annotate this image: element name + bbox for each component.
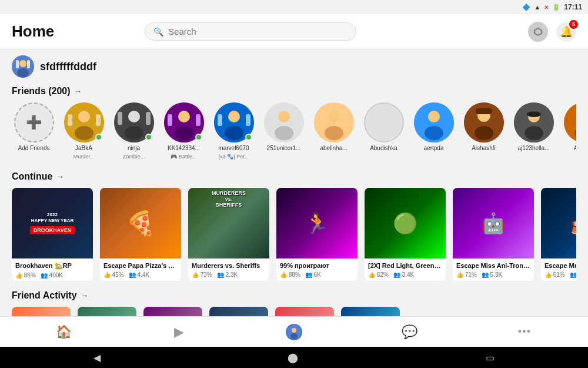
online-indicator [145,134,152,141]
friend-name: Aishavhfi [472,145,496,151]
like-stat: 👍 61% [544,271,565,278]
game-card[interactable]: 🟢 [2X] Red Light, Green Light 👍 82% 👥 3.… [365,188,446,281]
friend-item[interactable]: KK142334... 🎮 Battle... [162,102,206,160]
svg-rect-11 [96,114,101,126]
svg-rect-15 [118,112,122,125]
friends-title: Friends (200) [12,86,71,97]
svg-point-3 [19,60,26,67]
like-stat: 👍 71% [456,271,477,278]
friend-name: ninja [128,145,140,151]
activity-card[interactable] [143,307,202,316]
games-list: 2022HAPPY NEW YEAR BROOKHAVEN Brookhaven… [12,188,576,281]
player-stat: 👥 2.3K [217,271,238,278]
nav-home[interactable]: 🏠 [46,317,81,347]
svg-point-49 [290,333,298,339]
friend-status: 🎮 Battle... [171,154,196,160]
player-stat: 👥 5.3K [482,271,502,278]
nav-chat[interactable]: 💬 [392,317,427,347]
friend-item[interactable]: Abudishka [362,102,406,160]
friend-name: JaBkA [75,145,92,151]
friend-name: 251unicor1... [267,145,301,151]
battery-icon: 🔋 [552,4,560,11]
svg-point-34 [428,111,440,122]
svg-rect-5 [16,60,19,68]
svg-rect-16 [146,112,151,125]
avatar-icon [286,324,302,340]
activity-section-header[interactable]: Friend Activity → [12,290,576,301]
game-card[interactable]: 🏃 99% проиграют 👍 88% 👥 6K [276,188,358,281]
activity-card[interactable] [209,307,268,316]
game-name: Brookhaven 🏡RP [15,262,89,270]
game-card[interactable]: 2022HAPPY NEW YEAR BROOKHAVEN Brookhaven… [12,188,93,281]
search-input[interactable] [168,26,348,37]
add-friends-button[interactable]: ➕ Add Friends [12,102,56,160]
activity-card[interactable] [12,307,71,316]
friend-name: marvel6070 [218,145,249,151]
friend-item[interactable]: marvel6070 [x3 🐾] Pet... [212,102,256,160]
game-name: Escape Miss Ani-Tron's... [456,262,530,269]
home-button[interactable]: ⬤ [288,352,298,363]
svg-point-29 [275,126,293,140]
game-card[interactable]: MURDERERSvs.SHERIFFS Murderers vs. Sheri… [188,188,269,281]
friend-item[interactable]: 251unicor1... [262,102,306,160]
recent-button[interactable]: ▭ [486,352,495,363]
activity-card[interactable] [275,307,334,316]
friend-name: Abudishka [370,145,397,151]
game-name: [2X] Red Light, Green Light [368,262,442,269]
friend-item[interactable]: ninja Zombie... [112,102,156,160]
svg-point-35 [425,126,443,140]
friend-item[interactable]: JaBkA Murder... [62,102,106,160]
more-icon: ••• [518,326,531,338]
search-bar[interactable]: 🔍 [145,22,356,41]
wifi-icon: ▲ [534,4,540,11]
nav-more[interactable]: ••• [507,317,542,347]
game-stats: 👍 71% 👥 5.3K [456,271,530,278]
top-nav: Home 🔍 🔔 5 [0,14,588,49]
svg-point-32 [325,126,343,140]
game-thumbnail: 🏃 [276,188,358,258]
robux-button[interactable] [528,22,548,42]
activity-card[interactable] [78,307,136,316]
game-name: Murderers vs. Sheriffs [192,262,266,269]
friend-name: aj123hella... [518,145,550,151]
svg-point-44 [564,102,577,142]
svg-point-43 [527,111,541,117]
friend-item[interactable]: Akyla... [562,102,576,160]
svg-rect-20 [168,114,172,126]
online-indicator [95,134,102,141]
friend-item[interactable]: aj123hella... [512,102,556,160]
like-stat: 👍 88% [280,271,300,278]
game-stats: 👍 86% 👥 400K [15,272,89,279]
game-card[interactable]: 🤖 Escape Miss Ani-Tron's... 👍 71% 👥 5.3K [453,188,534,281]
game-name: 99% проиграют [280,262,354,269]
activity-list [12,307,576,316]
game-card[interactable]: 🍕 Escape Papa Pizza's Pizzeria! 👍 45% 👥 … [100,188,181,281]
notification-button[interactable]: 🔔 5 [556,22,576,42]
friends-section-header[interactable]: Friends (200) → [12,86,576,97]
activity-card[interactable] [341,307,400,316]
player-stat: 👥 4.4K [129,271,149,278]
continue-section-header[interactable]: Continue → [12,171,576,182]
nav-icons: 🔔 5 [528,22,576,42]
friend-item[interactable]: aertpda [412,102,456,160]
close-icon: ✕ [544,4,549,11]
svg-rect-38 [476,108,492,114]
friend-status: Zombie... [123,154,145,160]
friend-name: Akyla... [574,145,576,151]
svg-point-28 [278,111,290,122]
friend-item[interactable]: Aishavhfi [462,102,506,160]
user-avatar [12,55,34,78]
game-card[interactable]: 🎪 Escape Mr Funny's ToyShop! (SCARY 👍 61… [541,188,576,281]
svg-point-13 [128,111,140,122]
search-icon: 🔍 [153,27,163,37]
svg-point-42 [524,126,543,140]
nav-avatar[interactable] [276,317,312,347]
games-icon: ▶ [174,324,184,340]
online-indicator [195,134,202,141]
friend-item[interactable]: abelinha... [312,102,356,160]
nav-games[interactable]: ▶ [161,317,196,347]
svg-point-4 [17,68,29,78]
back-button[interactable]: ◀ [93,352,101,363]
friend-avatar [414,102,454,142]
svg-point-39 [475,126,493,140]
